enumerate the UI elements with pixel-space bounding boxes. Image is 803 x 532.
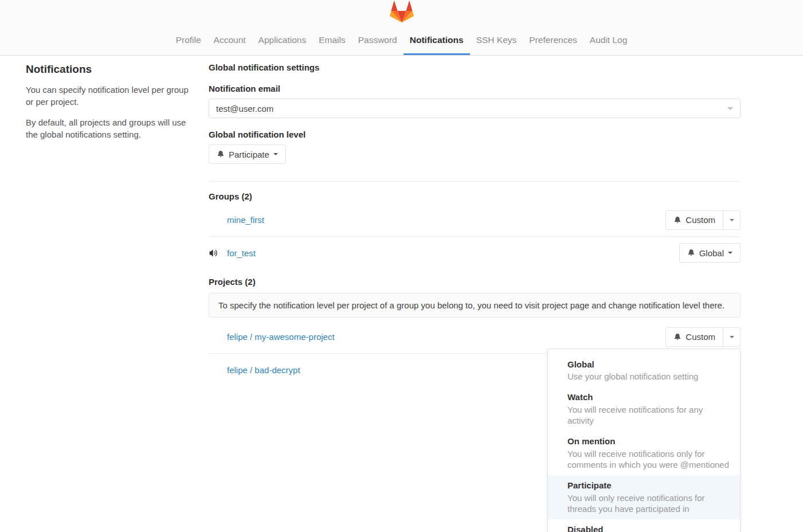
project-row: felipe / my-awesome-project Custom xyxy=(209,320,741,353)
group-level-button[interactable]: Custom xyxy=(665,210,723,230)
dropdown-item-on-mention[interactable]: On mention You will receive notification… xyxy=(548,431,740,475)
project-link-bad-decrypt[interactable]: felipe / bad-decrypt xyxy=(227,365,300,375)
dropdown-item-description: You will receive notifications only for … xyxy=(567,448,731,470)
bell-icon xyxy=(673,333,681,341)
tab-audit-log[interactable]: Audit Log xyxy=(583,30,634,55)
group-level-caret-button[interactable] xyxy=(723,210,741,230)
dropdown-item-description: You will only receive notifications for … xyxy=(567,492,731,514)
sidebar-description-2: By default, all projects and groups will… xyxy=(26,116,198,141)
profile-settings-tabs: Profile Account Applications Emails Pass… xyxy=(0,30,803,55)
global-level-button[interactable]: Participate xyxy=(209,144,286,164)
gitlab-logo-icon xyxy=(388,0,416,24)
tab-profile[interactable]: Profile xyxy=(170,30,207,55)
project-level-value: Custom xyxy=(686,332,715,342)
bell-icon xyxy=(217,150,225,158)
bell-icon xyxy=(673,216,681,224)
notification-email-value: test@user.com xyxy=(216,104,273,114)
tab-ssh-keys[interactable]: SSH Keys xyxy=(470,30,523,55)
notification-email-label: Notification email xyxy=(209,84,741,93)
notification-level-dropdown: Global Use your global notification sett… xyxy=(547,349,741,532)
caret-down-icon xyxy=(730,336,734,338)
global-settings-title: Global notification settings xyxy=(209,62,741,72)
dropdown-item-title: Global xyxy=(567,359,731,370)
group-row: mine_first Custom xyxy=(209,204,741,236)
tab-password[interactable]: Password xyxy=(352,30,404,55)
caret-down-icon xyxy=(730,219,734,221)
group-row: for_test Global xyxy=(209,236,741,269)
projects-list: felipe / my-awesome-project Custom xyxy=(209,320,741,386)
group-level-value: Global xyxy=(699,248,724,258)
dropdown-item-global[interactable]: Global Use your global notification sett… xyxy=(548,354,740,388)
sidebar: Notifications You can specify notificati… xyxy=(26,62,198,386)
notification-email-select[interactable]: test@user.com xyxy=(209,99,741,118)
dropdown-item-participate[interactable]: Participate You will only receive notifi… xyxy=(548,475,740,519)
content-area: Notifications You can specify notificati… xyxy=(0,56,803,386)
groups-list: mine_first Custom xyxy=(209,204,741,269)
dropdown-item-title: Disabled xyxy=(567,525,731,532)
project-level-caret-button[interactable] xyxy=(723,327,741,347)
tab-applications[interactable]: Applications xyxy=(252,30,313,55)
project-level-button-group: Custom Global Use your global notificati… xyxy=(665,327,741,347)
group-level-button-group: Custom xyxy=(665,210,741,230)
tab-preferences[interactable]: Preferences xyxy=(523,30,583,55)
tab-account[interactable]: Account xyxy=(207,30,252,55)
projects-section-title: Projects (2) xyxy=(209,277,741,287)
group-link-mine-first[interactable]: mine_first xyxy=(227,215,264,225)
groups-section-title: Groups (2) xyxy=(209,191,741,201)
group-link-for-test[interactable]: for_test xyxy=(227,248,256,258)
dropdown-item-description: Use your global notification setting xyxy=(567,371,731,382)
notification-level-label: Global notification level xyxy=(209,130,741,139)
tab-emails[interactable]: Emails xyxy=(312,30,352,55)
caret-down-icon xyxy=(273,153,278,155)
project-link-my-awesome-project[interactable]: felipe / my-awesome-project xyxy=(227,332,335,342)
section-divider xyxy=(209,181,741,182)
dropdown-item-description: You will receive notifications for any a… xyxy=(567,404,731,426)
dropdown-item-watch[interactable]: Watch You will receive notifications for… xyxy=(548,387,740,431)
bell-icon xyxy=(687,249,695,257)
dropdown-item-title: Watch xyxy=(567,392,731,403)
dropdown-item-disabled[interactable]: Disabled You will not get any notificati… xyxy=(548,519,740,532)
main-panel: Global notification settings Notificatio… xyxy=(209,62,741,386)
page-title: Notifications xyxy=(26,63,198,76)
chevron-down-icon xyxy=(727,107,733,110)
page-header: Profile Account Applications Emails Pass… xyxy=(0,0,803,56)
group-level-value: Custom xyxy=(686,215,715,225)
group-level-button[interactable]: Global xyxy=(679,243,741,263)
sidebar-description-1: You can specify notification level per g… xyxy=(26,84,198,108)
dropdown-item-title: Participate xyxy=(567,480,731,491)
tab-notifications[interactable]: Notifications xyxy=(404,30,470,55)
logo-container xyxy=(0,0,803,24)
project-level-button[interactable]: Custom xyxy=(665,327,723,347)
volume-up-icon xyxy=(209,248,227,258)
projects-info-alert: To specify the notification level per pr… xyxy=(209,293,741,318)
caret-down-icon xyxy=(728,252,733,254)
dropdown-item-title: On mention xyxy=(567,436,731,447)
global-level-value: Participate xyxy=(229,150,269,159)
